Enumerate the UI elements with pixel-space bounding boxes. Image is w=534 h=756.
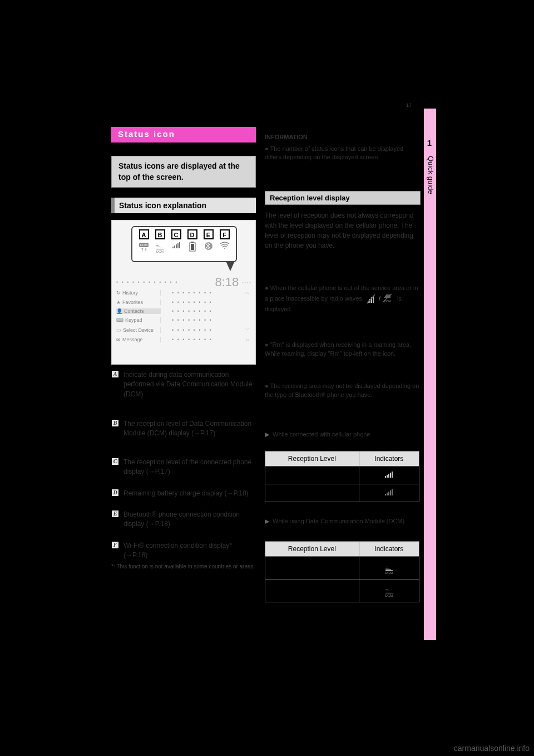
legend-c: C The reception level of the connected p…	[111, 458, 256, 477]
watermark: carmanualsonline.info	[454, 744, 530, 753]
legend-d: D Remaining battery charge display (→P.1…	[111, 489, 256, 498]
callout-label-a: A	[139, 229, 149, 239]
callout-tail	[226, 261, 235, 271]
information-header: INFORMATION	[265, 134, 421, 140]
legend-f: F Wi-Fi® connection condition display* (…	[111, 541, 256, 561]
side-tab-label: Quick guide	[427, 156, 435, 194]
sub-cellular: ▶While connected with cellular phone	[265, 431, 421, 438]
signal-excellent-icon	[385, 489, 393, 495]
legend-b: B The reception level of Data Communicat…	[111, 419, 256, 439]
bluetooth-icon	[203, 242, 214, 253]
status-explanation-bar: Status icon explanation	[111, 198, 256, 213]
callout-bubble: A B C D E F DCM⇧⇩ DCM	[131, 226, 237, 262]
callout-label-e: E	[204, 229, 214, 239]
info-bullet: ● The number of status icons that can be…	[265, 145, 421, 162]
callout-label-f: F	[220, 229, 230, 239]
callout-label-d: D	[187, 229, 197, 239]
svg-rect-2	[191, 244, 194, 250]
menu-list: ↻History• • • • • • • •︿ ★Favorites• • •…	[112, 287, 255, 344]
no-signal-slash-icon: / DCM	[367, 293, 394, 305]
reception-note2: ● "Rm" is displayed when receiving in a …	[265, 341, 421, 359]
dcm-signal-icon: DCM	[155, 242, 166, 253]
status-intro-box: Status icons are displayed at the top of…	[111, 156, 256, 188]
dcm-excellent-icon: DCM	[385, 590, 393, 597]
side-tab-number: 1	[427, 138, 432, 148]
cell-signal-icon	[171, 242, 182, 253]
reception-note3: ● The receiving area may not be displaye…	[265, 382, 421, 400]
battery-icon	[187, 242, 198, 253]
system-screenshot: A B C D E F DCM⇧⇩ DCM	[111, 220, 256, 365]
reception-note1: ● When the cellular phone is out of the …	[265, 284, 421, 314]
dcm-poor-icon: DCM	[385, 567, 393, 575]
status-icon-title-bar: Status icon	[111, 127, 256, 143]
callout-label-c: C	[171, 229, 181, 239]
callout-label-b: B	[155, 229, 165, 239]
legend-a: A Indicate during data communication per…	[111, 370, 256, 399]
signal-poor-icon	[385, 471, 393, 478]
asterisk-note: *: This function is not available in som…	[111, 563, 256, 570]
reception-level-header: Reception level display	[265, 191, 421, 205]
reception-table-cell: Reception LevelIndicators Poor Excellent	[265, 451, 419, 502]
svg-text:/: /	[379, 296, 380, 302]
svg-point-4	[224, 248, 225, 249]
legend-e: E Bluetooth® phone connection condition …	[111, 510, 256, 529]
reception-desc: The level of reception does not always c…	[265, 210, 421, 251]
wifi-icon	[219, 242, 230, 253]
page-header-num: 17	[406, 102, 412, 108]
sub-dcm: ▶While using Data Communication Module (…	[265, 518, 421, 525]
dcm-comm-icon: DCM⇧⇩	[139, 242, 150, 253]
reception-table-dcm: Reception LevelIndicators PoorDCM Excell…	[265, 541, 419, 602]
